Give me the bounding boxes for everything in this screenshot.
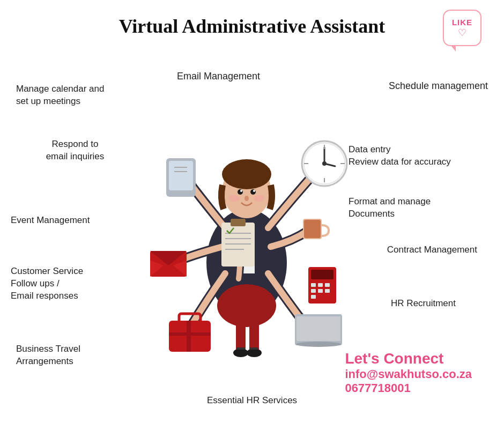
- manage-calendar-label: Manage calendar andset up meetings: [16, 83, 134, 108]
- event-management-label: Event Management: [11, 214, 90, 227]
- essential-hr-label: Essential HR Services: [207, 395, 297, 407]
- svg-rect-57: [325, 289, 330, 293]
- svg-rect-58: [311, 295, 316, 299]
- schedule-management-label: Schedule management: [389, 79, 488, 92]
- svg-point-17: [244, 196, 249, 201]
- svg-point-2: [217, 284, 276, 327]
- svg-point-12: [250, 189, 256, 195]
- connect-phone: 0677718001: [345, 381, 472, 395]
- svg-point-15: [229, 195, 240, 202]
- svg-rect-54: [325, 283, 330, 287]
- like-text: LIKE: [452, 18, 472, 27]
- svg-point-11: [238, 189, 243, 195]
- svg-point-14: [253, 190, 255, 192]
- svg-rect-53: [318, 283, 323, 287]
- svg-point-26: [322, 161, 327, 166]
- svg-rect-8: [250, 347, 258, 350]
- svg-rect-56: [318, 289, 323, 293]
- customer-service-label: Customer ServiceFollow ups /Email respon…: [11, 265, 129, 302]
- svg-rect-52: [311, 283, 316, 287]
- svg-rect-7: [236, 347, 245, 350]
- like-bubble: LIKE ♡: [443, 10, 481, 46]
- svg-point-13: [240, 190, 242, 192]
- svg-rect-51: [311, 270, 333, 279]
- contract-management-label: Contract Management: [387, 244, 477, 256]
- svg-point-5: [233, 349, 248, 357]
- svg-rect-45: [231, 219, 246, 226]
- svg-point-16: [254, 195, 264, 202]
- svg-point-6: [247, 349, 262, 357]
- svg-rect-4: [249, 319, 259, 351]
- central-figure: [123, 64, 370, 365]
- like-heart-icon: ♡: [458, 27, 466, 39]
- svg-rect-40: [187, 321, 191, 352]
- page-title: Virtual Administrative Assistant: [119, 15, 386, 38]
- business-travel-label: Business TravelArrangements: [16, 343, 134, 368]
- svg-rect-55: [311, 289, 316, 293]
- svg-rect-19: [169, 161, 193, 190]
- hr-recruitment-label: HR Recruitment: [391, 298, 456, 310]
- svg-rect-59: [318, 295, 330, 299]
- page: Virtual Administrative Assistant LIKE ♡ …: [0, 0, 504, 422]
- svg-rect-3: [236, 319, 246, 351]
- connect-email: info@swakhutso.co.za: [345, 367, 472, 381]
- svg-point-43: [296, 342, 341, 347]
- respond-email-label: Respond toemail inquiries: [21, 138, 129, 163]
- svg-point-10: [222, 159, 271, 189]
- svg-rect-42: [297, 316, 340, 341]
- svg-rect-36: [304, 220, 321, 238]
